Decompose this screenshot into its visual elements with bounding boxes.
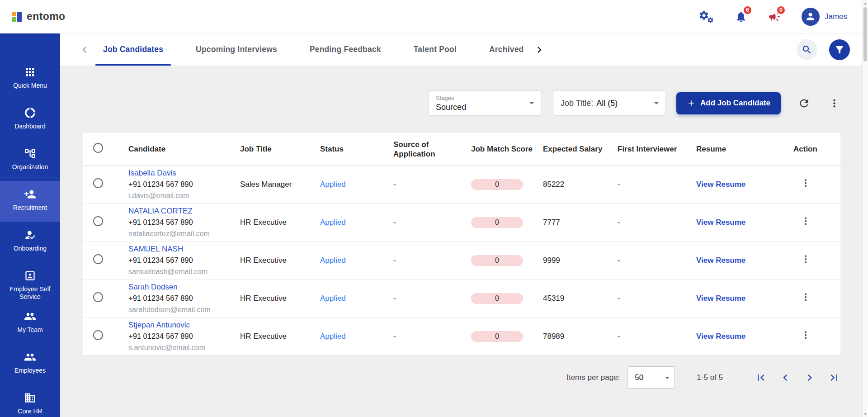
settings-gears-icon bbox=[698, 10, 714, 24]
employees-icon bbox=[24, 351, 36, 363]
scrollbar-thumb[interactable] bbox=[863, 7, 867, 62]
main-content: Stages Sourced Job Title: All (5) Add Jo… bbox=[60, 66, 868, 417]
table-row: SAMUEL NASH +91 01234 567 890 samuelnash… bbox=[83, 242, 840, 280]
sidebar-item-label: Employee Self Service bbox=[2, 285, 58, 301]
status-cell: Applied bbox=[320, 294, 393, 303]
job-title-select-value: All (5) bbox=[596, 99, 618, 108]
quick-menu-icon bbox=[24, 66, 36, 78]
user-menu[interactable]: James bbox=[802, 8, 847, 26]
next-page-button[interactable] bbox=[803, 371, 816, 384]
candidate-name-link[interactable]: Sarah Dodsen bbox=[128, 281, 234, 293]
paginator: Items per page: 50 1-5 of 5 bbox=[83, 366, 840, 389]
view-resume-link[interactable]: View Resume bbox=[696, 180, 745, 189]
chevron-left-icon bbox=[78, 43, 91, 56]
sidebar-item-employees[interactable]: Employees bbox=[0, 344, 60, 384]
tabs-scroll-right-button[interactable] bbox=[533, 43, 546, 56]
job-title-cell: HR Executive bbox=[240, 332, 320, 341]
items-per-page-value: 50 bbox=[635, 373, 643, 382]
stages-select-value: Sourced bbox=[436, 103, 522, 112]
dropdown-arrow-icon bbox=[662, 372, 673, 383]
previous-page-button[interactable] bbox=[779, 371, 792, 384]
view-resume-link[interactable]: View Resume bbox=[696, 294, 745, 303]
candidate-name-link[interactable]: Isabella Davis bbox=[128, 167, 234, 179]
plus-icon bbox=[687, 99, 696, 108]
row-select-radio[interactable] bbox=[93, 330, 103, 340]
entomo-logo[interactable]: entomo bbox=[12, 10, 65, 23]
tab-upcoming-interviews[interactable]: Upcoming Interviews bbox=[188, 33, 285, 66]
items-per-page-select[interactable]: 50 bbox=[627, 366, 675, 389]
onboarding-icon bbox=[24, 229, 36, 241]
candidates-table: Candidate Job Title Status Source of App… bbox=[83, 133, 840, 355]
scrollbar-up-arrow-icon[interactable]: ▲ bbox=[863, 0, 868, 6]
candidate-phone: +91 01234 567 890 bbox=[128, 179, 234, 190]
interviewer-cell: - bbox=[618, 332, 696, 341]
sidebar-item-employee-self-service[interactable]: Employee Self Service bbox=[0, 262, 60, 303]
announcements-button[interactable]: 0 bbox=[768, 10, 781, 23]
add-job-candidate-button[interactable]: Add Job Candidate bbox=[676, 92, 781, 114]
candidate-name-link[interactable]: Stjepan Antunovic bbox=[128, 319, 234, 331]
header-source: Source of Application bbox=[393, 140, 471, 159]
scrollbar-down-arrow-icon[interactable]: ▼ bbox=[863, 411, 868, 417]
top-bar: entomo 6 0 James bbox=[0, 0, 868, 33]
row-select-radio[interactable] bbox=[93, 254, 103, 264]
job-title-select[interactable]: Job Title: All (5) bbox=[553, 90, 666, 116]
tabs-scroll-left-button[interactable] bbox=[78, 43, 91, 56]
sidebar-item-onboarding[interactable]: Onboarding bbox=[0, 222, 60, 262]
row-actions-kebab[interactable] bbox=[800, 329, 811, 341]
sidebar-item-organization[interactable]: Organization bbox=[0, 140, 60, 181]
stages-select[interactable]: Stages Sourced bbox=[428, 90, 541, 116]
sidebar-item-label: Organization bbox=[12, 163, 48, 171]
sidebar-item-dashboard[interactable]: Dashboard bbox=[0, 100, 60, 140]
candidate-phone: +91 01234 567 890 bbox=[128, 255, 234, 266]
candidate-email: i.davis@email.com bbox=[128, 190, 234, 201]
tab-archived[interactable]: Archived bbox=[481, 33, 532, 66]
job-title-cell: HR Executive bbox=[240, 256, 320, 265]
settings-button[interactable] bbox=[698, 10, 714, 24]
candidate-name-link[interactable]: SAMUEL NASH bbox=[128, 243, 234, 255]
more-vert-icon bbox=[800, 177, 811, 189]
sidebar-item-core-hr[interactable]: Core HR bbox=[0, 384, 60, 417]
select-all-radio[interactable] bbox=[93, 143, 103, 153]
job-title-select-label: Job Title: bbox=[561, 99, 593, 108]
salary-cell: 9999 bbox=[543, 256, 618, 265]
tab-job-candidates[interactable]: Job Candidates bbox=[95, 33, 171, 66]
row-select-radio[interactable] bbox=[93, 292, 103, 302]
filter-button[interactable] bbox=[829, 39, 850, 60]
header-job-title: Job Title bbox=[240, 144, 320, 154]
row-actions-kebab[interactable] bbox=[800, 177, 811, 189]
list-options-kebab[interactable] bbox=[828, 97, 840, 109]
view-resume-link[interactable]: View Resume bbox=[696, 256, 745, 265]
row-select-radio[interactable] bbox=[93, 216, 103, 226]
last-page-button[interactable] bbox=[828, 371, 840, 384]
header-resume: Resume bbox=[696, 144, 793, 154]
row-actions-kebab[interactable] bbox=[800, 253, 811, 265]
tab-pending-feedback[interactable]: Pending Feedback bbox=[302, 33, 389, 66]
interviewer-cell: - bbox=[618, 256, 696, 265]
row-actions-kebab[interactable] bbox=[800, 291, 811, 303]
header-score: Job Match Score bbox=[471, 144, 543, 154]
refresh-icon bbox=[798, 97, 810, 109]
header-salary: Expected Salary bbox=[543, 144, 618, 154]
row-actions-kebab[interactable] bbox=[800, 215, 811, 227]
entomo-logo-mark-icon bbox=[12, 11, 23, 22]
row-select-radio[interactable] bbox=[93, 178, 103, 188]
page-scrollbar[interactable]: ▲ ▼ bbox=[862, 0, 868, 417]
add-job-candidate-label: Add Job Candidate bbox=[700, 99, 770, 108]
search-button[interactable] bbox=[797, 39, 817, 60]
interviewer-cell: - bbox=[618, 294, 696, 303]
notifications-button[interactable]: 6 bbox=[735, 10, 747, 23]
header-status: Status bbox=[320, 144, 393, 154]
tabs: Job Candidates Upcoming Interviews Pendi… bbox=[95, 33, 531, 66]
sidebar-item-my-team[interactable]: My Team bbox=[0, 303, 60, 344]
view-resume-link[interactable]: View Resume bbox=[696, 218, 745, 227]
tab-talent-pool[interactable]: Talent Pool bbox=[406, 33, 464, 66]
sidebar-item-recruitment[interactable]: Recruitment bbox=[0, 181, 60, 222]
job-match-score-bar: 0 bbox=[471, 331, 523, 342]
sidebar-item-quick-menu[interactable]: Quick Menu bbox=[0, 59, 60, 100]
refresh-button[interactable] bbox=[798, 97, 810, 109]
view-resume-link[interactable]: View Resume bbox=[696, 332, 745, 341]
candidate-name-link[interactable]: NATALIA CORTEZ bbox=[128, 205, 234, 217]
table-row: Isabella Davis +91 01234 567 890 i.davis… bbox=[83, 166, 840, 204]
first-page-button[interactable] bbox=[755, 371, 767, 384]
job-title-cell: Sales Manager bbox=[240, 180, 320, 189]
